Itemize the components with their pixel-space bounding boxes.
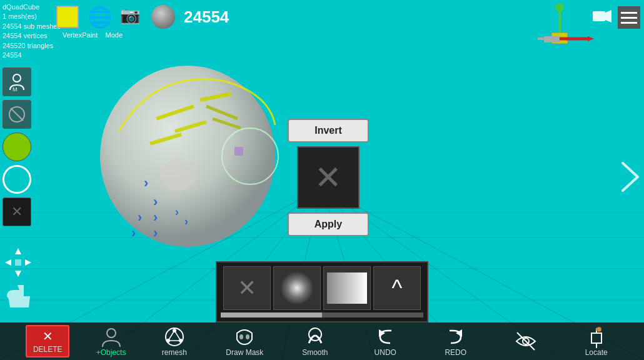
- redo-icon: [445, 326, 467, 348]
- add-objects-label: +Objects: [96, 348, 126, 357]
- draw-mask-button[interactable]: Draw Mask: [223, 326, 266, 357]
- popup-x-display: ✕: [297, 146, 360, 209]
- svg-text:›: ›: [184, 215, 188, 228]
- remesh-button[interactable]: remesh: [153, 326, 196, 357]
- brush-gradient-option[interactable]: [323, 266, 371, 310]
- brush-x-icon: ✕: [238, 275, 256, 301]
- eye-icon: [515, 330, 537, 352]
- svg-marker-35: [605, 10, 611, 22]
- gradient-brush-preview: [327, 272, 367, 304]
- brush-x-option[interactable]: ✕: [223, 266, 271, 310]
- svg-marker-31: [588, 36, 594, 41]
- svg-point-27: [555, 3, 564, 12]
- brush-chevron-option[interactable]: ^: [373, 266, 421, 310]
- svg-text:›: ›: [138, 209, 142, 225]
- globe-icon[interactable]: 🌐: [88, 5, 111, 29]
- 3d-mesh[interactable]: › › › › › › › ›: [81, 50, 294, 262]
- move-tool-area[interactable]: [4, 247, 33, 281]
- popup-panel: Invert ✕ Apply: [288, 119, 369, 236]
- svg-marker-40: [15, 248, 21, 254]
- axis-widget: [525, 0, 594, 56]
- top-icon-row: 🌐 📷 24554: [56, 5, 229, 29]
- brush-soft-option[interactable]: [273, 266, 321, 310]
- svg-point-54: [246, 334, 249, 339]
- svg-text:›: ›: [175, 206, 179, 218]
- svg-marker-41: [15, 271, 21, 277]
- video-camera-btn[interactable]: [593, 8, 613, 28]
- menu-line-1: [621, 12, 637, 14]
- redo-button[interactable]: REDO: [434, 326, 478, 357]
- soft-brush-preview: [281, 272, 313, 304]
- thumbs-icon: [4, 284, 33, 309]
- sub-meshes: 24554 sub meshes: [3, 22, 61, 31]
- frame-count-small: 24554: [3, 51, 61, 60]
- no-entry-btn[interactable]: [3, 100, 31, 129]
- brush-options-row: ✕ ^: [221, 266, 423, 310]
- mesh-count: 1 mesh(es): [3, 12, 61, 21]
- svg-point-45: [107, 329, 116, 338]
- svg-line-52: [168, 331, 174, 341]
- profile-icon: [100, 326, 123, 348]
- svg-text:›: ›: [131, 225, 136, 241]
- x-tool-btn[interactable]: ✕: [3, 198, 31, 226]
- svg-rect-34: [593, 11, 605, 21]
- texture-icon[interactable]: [56, 6, 79, 28]
- frame-counter: 24554: [184, 8, 229, 27]
- smooth-button[interactable]: Smooth: [293, 326, 337, 357]
- profile-objects-btn[interactable]: +Objects: [96, 326, 126, 357]
- smooth-icon: [304, 326, 326, 348]
- svg-line-39: [11, 108, 23, 121]
- svg-marker-42: [5, 259, 11, 266]
- brush-progress-fill: [221, 312, 322, 318]
- svg-rect-60: [591, 333, 601, 343]
- svg-point-36: [13, 74, 21, 82]
- apply-button[interactable]: Apply: [288, 212, 369, 236]
- move-icon: [4, 247, 33, 278]
- mask-icon: [233, 326, 256, 348]
- svg-point-53: [239, 334, 243, 339]
- triangles: 245520 triangles: [3, 41, 61, 51]
- locate-button[interactable]: Locate: [575, 326, 618, 357]
- svg-rect-44: [15, 259, 21, 266]
- person-tool-btn[interactable]: M: [3, 68, 31, 96]
- delete-button[interactable]: ✕ DELETE: [26, 325, 69, 358]
- visibility-button[interactable]: [504, 330, 548, 352]
- right-nav-btn[interactable]: [620, 161, 640, 199]
- svg-point-63: [596, 327, 601, 332]
- slash-icon: [8, 105, 26, 124]
- svg-text:M: M: [13, 86, 18, 91]
- brush-panel: ✕ ^: [216, 261, 428, 322]
- undo-button[interactable]: UNDO: [363, 326, 407, 357]
- svg-point-55: [309, 328, 321, 341]
- mesh-info: dQuadCube 1 mesh(es) 24554 sub meshes 24…: [3, 2, 61, 60]
- svg-line-50: [174, 331, 181, 341]
- likes-area[interactable]: [4, 284, 33, 311]
- video-cam-icon: [593, 8, 613, 25]
- menu-line-2: [621, 17, 637, 19]
- bottom-toolbar: ✕ DELETE +Objects remesh Draw Mask: [0, 322, 644, 360]
- popup-x-icon: ✕: [314, 159, 342, 196]
- vertices: 24554 vertices: [3, 31, 61, 41]
- x-icon: ✕: [11, 204, 23, 220]
- svg-point-16: [159, 159, 197, 191]
- brush-progress-bar-container[interactable]: [221, 312, 423, 318]
- left-toolbar: M ✕: [3, 68, 31, 226]
- invert-button[interactable]: Invert: [288, 119, 369, 142]
- menu-line-3: [621, 22, 637, 24]
- svg-rect-25: [234, 147, 243, 156]
- menu-button[interactable]: [618, 6, 640, 29]
- hamburger-menu[interactable]: [618, 6, 640, 29]
- chevron-right-icon: [620, 161, 640, 193]
- svg-text:›: ›: [144, 175, 148, 191]
- locate-icon: [585, 326, 608, 348]
- photo-icon[interactable]: 📷: [120, 6, 143, 28]
- svg-line-59: [517, 332, 535, 350]
- remesh-icon: [163, 326, 186, 348]
- circle-tool-btn[interactable]: [3, 165, 31, 194]
- mesh-name: dQuadCube: [3, 2, 61, 12]
- svg-text:›: ›: [153, 209, 158, 225]
- material-sphere[interactable]: [151, 5, 175, 29]
- chevron-up-icon: ^: [392, 275, 403, 301]
- person-icon: M: [8, 72, 26, 91]
- green-brush-btn[interactable]: [3, 132, 31, 161]
